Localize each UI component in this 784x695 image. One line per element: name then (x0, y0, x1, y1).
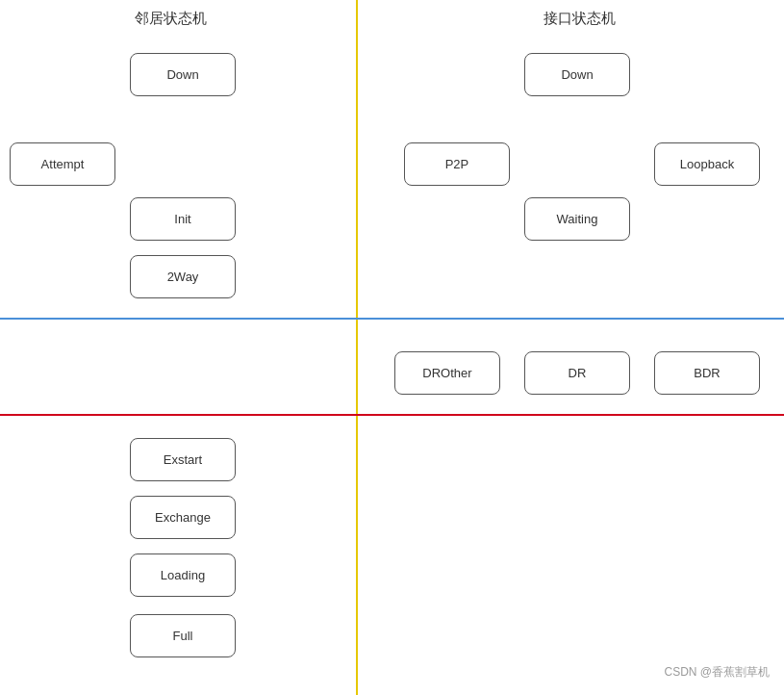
state-box-bdr: BDR (654, 351, 760, 395)
state-box-exchange: Exchange (130, 496, 236, 539)
horizontal-red-divider (0, 414, 784, 416)
state-box-loopback: Loopback (654, 142, 760, 186)
state-box-dr: DR (524, 351, 630, 395)
state-box-down-left: Down (130, 53, 236, 96)
state-box-2way: 2Way (130, 255, 236, 298)
horizontal-blue-divider (0, 318, 784, 320)
state-box-init: Init (130, 197, 236, 241)
state-box-down-right: Down (524, 53, 630, 96)
watermark: CSDN @香蕉割草机 (664, 664, 770, 681)
right-section-title: 接口状态机 (544, 10, 616, 28)
state-box-full: Full (130, 614, 236, 657)
state-box-drother: DROther (394, 351, 500, 395)
state-box-waiting: Waiting (524, 197, 630, 241)
state-box-attempt: Attempt (10, 142, 115, 186)
state-box-loading: Loading (130, 553, 236, 597)
left-section-title: 邻居状态机 (135, 10, 207, 28)
state-box-exstart: Exstart (130, 438, 236, 481)
state-box-p2p: P2P (404, 142, 510, 186)
vertical-divider (356, 0, 358, 695)
